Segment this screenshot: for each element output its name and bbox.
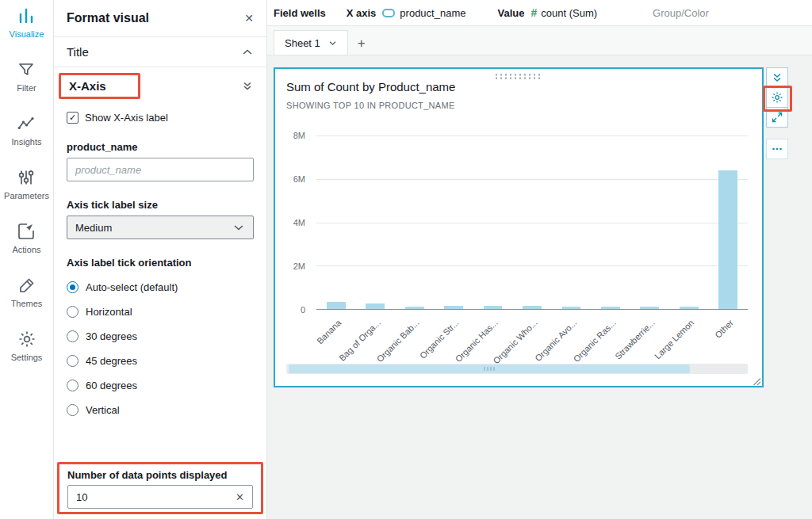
resize-handle-icon[interactable] [753, 376, 761, 385]
y-axis: 8M6M4M2M0 [286, 135, 310, 310]
orientation-option-horizontal[interactable]: Horizontal [67, 300, 254, 324]
bar-slot [630, 135, 669, 309]
chevron-up-icon[interactable] [241, 46, 254, 59]
sheet-tab-label: Sheet 1 [285, 37, 320, 49]
bar-chart-icon [17, 6, 36, 25]
left-rail: VisualizeFilterInsightsParametersActions… [0, 0, 54, 519]
themes-icon [17, 276, 36, 295]
expand-icon[interactable] [766, 107, 788, 128]
sidebar-item-label: Themes [11, 299, 43, 308]
chart-bar-9[interactable] [640, 307, 659, 309]
show-xaxis-label-checkbox-row[interactable]: ✓ Show X-Axis label [67, 112, 254, 124]
radio-selected-icon[interactable] [67, 281, 79, 293]
sheet-tab[interactable]: Sheet 1 [274, 30, 348, 55]
bar-slot [591, 135, 630, 309]
close-icon[interactable]: ✕ [244, 12, 254, 25]
plot-area [316, 135, 748, 310]
orientation-option-60-degrees[interactable]: 60 degrees [67, 373, 254, 398]
xaxis-annotation-box: X-Axis [59, 73, 140, 99]
chevron-double-down-icon[interactable] [241, 79, 254, 92]
orientation-option-auto-select-default-[interactable]: Auto-select (default) [67, 275, 254, 300]
radio-icon[interactable] [67, 355, 79, 367]
radio-icon[interactable] [67, 306, 79, 318]
chart-bar-8[interactable] [601, 307, 620, 309]
dimension-pill-icon [382, 9, 395, 17]
chart-bar-11[interactable] [718, 170, 737, 309]
chart-bar-5[interactable] [484, 306, 503, 309]
collapse-double-chevron-icon[interactable] [766, 67, 788, 88]
measure-hash-icon: # [530, 6, 537, 19]
x-tick-label: Large Lemon [653, 318, 695, 361]
sidebar-item-visualize[interactable]: Visualize [10, 6, 44, 39]
sidebar-item-themes[interactable]: Themes [11, 276, 43, 308]
plot-wrap: 8M6M4M2M0 [286, 135, 748, 310]
sidebar-item-insights[interactable]: Insights [12, 114, 42, 147]
bar-slot [552, 135, 591, 309]
drag-handle[interactable] [494, 73, 543, 80]
chevron-down-icon [232, 221, 245, 234]
settings-icon [17, 330, 36, 349]
actions-icon [17, 222, 36, 241]
radio-label: 60 degrees [86, 380, 137, 391]
sidebar-item-actions[interactable]: Actions [12, 222, 40, 254]
chart-bar-7[interactable] [562, 307, 581, 309]
field-well-value-value[interactable]: count (Sum) [541, 7, 597, 19]
field-well-xaxis-value[interactable]: product_name [400, 7, 465, 19]
bar-slot [473, 135, 512, 309]
tick-size-label: Axis tick label size [67, 199, 254, 211]
chart-bar-1[interactable] [327, 302, 346, 309]
bar-slot [355, 135, 394, 309]
filter-icon [17, 60, 36, 79]
insights-icon [17, 114, 36, 133]
tick-size-value: Medium [75, 222, 112, 234]
bar-slot [669, 135, 708, 309]
y-tick-label: 2M [293, 261, 305, 271]
xaxis-label-input[interactable] [67, 158, 254, 181]
field-wells-bar[interactable]: Field wells X axis product_name Value # … [267, 0, 812, 26]
field-well-xaxis-label: X axis [347, 7, 377, 19]
checkbox-checked[interactable]: ✓ [67, 112, 79, 124]
sidebar-item-label: Insights [12, 137, 42, 147]
orientation-option-30-degrees[interactable]: 30 degrees [67, 324, 254, 349]
chart-bar-2[interactable] [366, 303, 385, 309]
chevron-down-icon[interactable] [328, 39, 337, 48]
field-well-group-color-label[interactable]: Group/Color [653, 7, 709, 19]
chart-bar-6[interactable] [523, 306, 542, 309]
radio-icon[interactable] [67, 404, 79, 416]
format-panel-title: Format visual [67, 11, 149, 25]
orientation-option-45-degrees[interactable]: 45 degrees [67, 349, 254, 373]
add-sheet-button[interactable]: + [358, 36, 366, 50]
title-section-header[interactable]: Title [54, 36, 266, 67]
datapoints-input-wrap: ✕ [67, 485, 253, 509]
x-axis-labels: BananaBag of Orga...Organic Bab...Organi… [316, 311, 748, 359]
gear-icon[interactable] [766, 87, 788, 108]
sidebar-item-label: Parameters [4, 191, 49, 200]
radio-icon[interactable] [67, 380, 79, 391]
field-wells-label: Field wells [274, 7, 326, 19]
datapoints-input[interactable] [68, 491, 228, 503]
x-tick-label: Banana [315, 318, 343, 345]
chart-bar-4[interactable] [444, 306, 463, 309]
format-visual-panel: Format visual ✕ Title X-Axis ✓ Show X-Ax… [54, 0, 267, 519]
y-tick-label: 0 [301, 305, 305, 315]
chart-bar-10[interactable] [680, 307, 699, 309]
radio-icon[interactable] [67, 330, 79, 342]
clear-icon[interactable]: ✕ [228, 491, 252, 503]
check-icon: ✓ [69, 113, 76, 123]
xaxis-section-header[interactable]: X-Axis [54, 67, 266, 104]
scrollbar-thumb[interactable] [289, 364, 690, 373]
menu-ellipsis-icon[interactable] [766, 139, 788, 159]
x-tick-label: Strawberrie... [613, 318, 657, 361]
orientation-option-vertical[interactable]: Vertical [67, 398, 254, 422]
tick-size-select[interactable]: Medium [67, 216, 254, 239]
horizontal-scrollbar[interactable] [286, 364, 748, 374]
sidebar-item-filter[interactable]: Filter [17, 60, 36, 93]
x-tick-label: Other [713, 318, 735, 340]
visual-card[interactable]: Sum of Count by Product_name SHOWING TOP… [274, 67, 764, 387]
sheet-bar: Sheet 1 + [267, 26, 812, 55]
bar-slot [316, 135, 355, 309]
chart-bar-3[interactable] [405, 307, 424, 309]
sidebar-item-parameters[interactable]: Parameters [4, 168, 49, 200]
orientation-label: Axis label tick orientation [67, 257, 254, 269]
sidebar-item-settings[interactable]: Settings [11, 330, 43, 362]
